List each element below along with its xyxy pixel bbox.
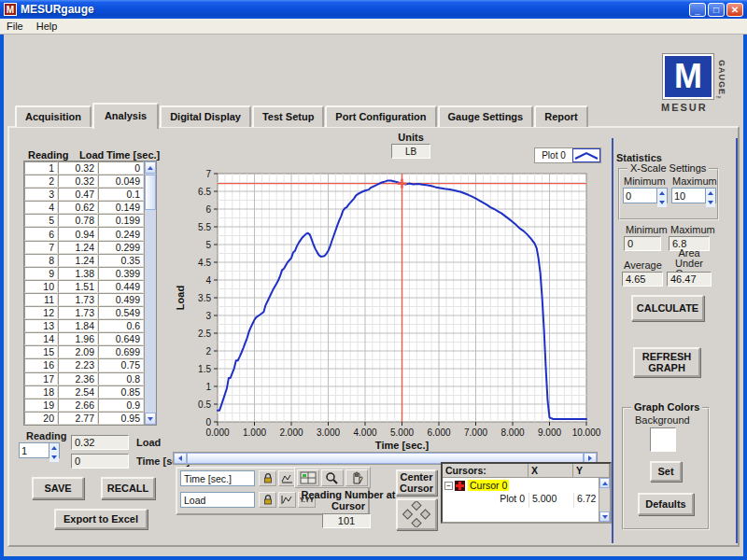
table-cell[interactable]: 0.94: [58, 227, 98, 240]
table-cell[interactable]: 0.8: [98, 372, 144, 385]
table-cell[interactable]: 11: [24, 293, 58, 306]
y-autoscale-icon[interactable]: [278, 492, 296, 508]
table-cell[interactable]: 0.249: [98, 227, 144, 240]
table-cell[interactable]: 2.09: [58, 345, 98, 358]
table-cell[interactable]: 4: [24, 201, 58, 214]
cursor-plot-row[interactable]: Plot 0 5.000 6.72: [443, 493, 599, 508]
tree-collapse-icon[interactable]: −: [444, 482, 453, 490]
maximize-button[interactable]: □: [708, 3, 725, 17]
background-color-swatch[interactable]: [650, 427, 676, 452]
export-to-excel-button[interactable]: Export to Excel: [54, 509, 148, 529]
table-cell[interactable]: 0.32: [58, 175, 98, 188]
table-cell[interactable]: 0.699: [98, 345, 144, 358]
center-cursor-button[interactable]: Center Cursor: [396, 469, 437, 496]
table-cell[interactable]: 8: [24, 254, 58, 267]
refresh-graph-button[interactable]: REFRESH GRAPH: [633, 347, 700, 377]
table-cell[interactable]: 1.38: [58, 267, 98, 280]
table-cell[interactable]: 0.449: [98, 280, 144, 293]
table-cell[interactable]: 0.149: [98, 201, 144, 214]
spin-down-icon[interactable]: [706, 198, 715, 207]
tab-test-setup[interactable]: Test Setup: [252, 105, 324, 127]
xscale-max-value[interactable]: 10: [672, 189, 705, 203]
table-cell[interactable]: 10: [24, 280, 58, 293]
spin-down-icon[interactable]: [657, 198, 667, 207]
tab-report[interactable]: Report: [534, 105, 587, 127]
table-cell[interactable]: 16: [24, 358, 58, 371]
table-cell[interactable]: 3: [24, 188, 58, 201]
table-cell[interactable]: 13: [24, 319, 58, 332]
cursor-row[interactable]: − Cursor 0: [443, 478, 599, 493]
table-cell[interactable]: 0: [98, 161, 144, 175]
table-cell[interactable]: 9: [24, 267, 58, 280]
table-cell[interactable]: 20: [24, 412, 58, 425]
table-cell[interactable]: 1.73: [58, 293, 98, 306]
table-cell[interactable]: 0.399: [98, 267, 144, 280]
table-cell[interactable]: 2: [24, 175, 58, 188]
table-cell[interactable]: 0.32: [58, 161, 98, 175]
scroll-up-icon[interactable]: [145, 161, 156, 174]
table-cell[interactable]: 1.24: [58, 241, 98, 254]
reading-stepper[interactable]: 1: [19, 442, 60, 458]
y-axis-lock-icon[interactable]: [259, 492, 276, 508]
menu-file[interactable]: File: [0, 20, 30, 33]
table-cell[interactable]: 0.299: [98, 241, 144, 254]
cursor-move-pad-button[interactable]: [396, 498, 437, 530]
table-cell[interactable]: 0.85: [98, 385, 144, 399]
minimize-button[interactable]: _: [689, 3, 706, 17]
spin-up-icon[interactable]: [706, 189, 715, 198]
table-cell[interactable]: 18: [24, 385, 58, 399]
table-cell[interactable]: 1.84: [58, 319, 98, 332]
table-scroll-thumb[interactable]: [145, 175, 156, 210]
table-cell[interactable]: 6: [24, 227, 58, 240]
calculate-button[interactable]: CALCULATE: [631, 295, 704, 321]
table-cell[interactable]: 2.23: [58, 358, 98, 371]
table-scrollbar[interactable]: [144, 161, 156, 425]
table-cell[interactable]: 0.499: [98, 293, 144, 306]
table-cell[interactable]: 0.6: [98, 319, 144, 332]
tab-port-configuration[interactable]: Port Configuration: [325, 105, 436, 127]
spin-up-icon[interactable]: [49, 443, 59, 453]
table-cell[interactable]: 5: [24, 214, 58, 227]
tab-acquisition[interactable]: Acquisition: [15, 105, 92, 127]
title-bar[interactable]: M MESURgauge _ □ ✕: [0, 0, 747, 19]
table-cell[interactable]: 2.54: [58, 385, 98, 399]
table-cell[interactable]: 19: [24, 399, 58, 412]
table-cell[interactable]: 0.9: [98, 399, 144, 412]
table-cell[interactable]: 17: [24, 372, 58, 385]
table-cell[interactable]: 12: [24, 306, 58, 319]
spin-down-icon[interactable]: [49, 453, 59, 462]
xscale-min-stepper[interactable]: 0: [623, 188, 668, 203]
cursor-name[interactable]: Cursor 0: [468, 480, 509, 491]
tab-analysis[interactable]: Analysis: [92, 103, 159, 129]
y-axis-name-field[interactable]: Load: [180, 492, 255, 508]
recall-button[interactable]: RECALL: [101, 477, 155, 499]
tab-gauge-settings[interactable]: Gauge Settings: [438, 105, 534, 127]
table-cell[interactable]: 0.78: [58, 214, 98, 227]
table-cell[interactable]: 2.36: [58, 372, 98, 385]
table-cell[interactable]: 0.649: [98, 332, 144, 345]
cursors-scroll-down-icon[interactable]: [599, 511, 610, 522]
xscale-max-stepper[interactable]: 10: [671, 188, 716, 203]
table-cell[interactable]: 0.199: [98, 214, 144, 227]
crosshair-tool-icon[interactable]: [297, 469, 319, 486]
save-button[interactable]: SAVE: [32, 477, 84, 499]
spin-up-icon[interactable]: [657, 189, 667, 198]
table-cell[interactable]: 14: [24, 332, 58, 345]
table-cell[interactable]: 1: [24, 161, 58, 175]
table-cell[interactable]: 15: [24, 345, 58, 358]
table-cell[interactable]: 2.77: [58, 412, 98, 425]
xscale-min-value[interactable]: 0: [624, 189, 656, 203]
table-cell[interactable]: 0.95: [98, 412, 144, 425]
reading-stepper-value[interactable]: 1: [20, 443, 49, 457]
table-cell[interactable]: 0.47: [58, 188, 98, 201]
table-cell[interactable]: 0.049: [98, 175, 144, 188]
close-button[interactable]: ✕: [726, 3, 743, 17]
table-cell[interactable]: 7: [24, 241, 58, 254]
x-axis-lock-icon[interactable]: [259, 470, 276, 486]
tab-digital-display[interactable]: Digital Display: [160, 105, 251, 127]
table-cell[interactable]: 0.1: [98, 188, 144, 201]
zoom-tool-icon[interactable]: [321, 469, 344, 486]
table-cell[interactable]: 0.75: [98, 358, 144, 371]
cursors-scrollbar[interactable]: [599, 478, 610, 522]
table-cell[interactable]: 0.62: [58, 201, 98, 214]
